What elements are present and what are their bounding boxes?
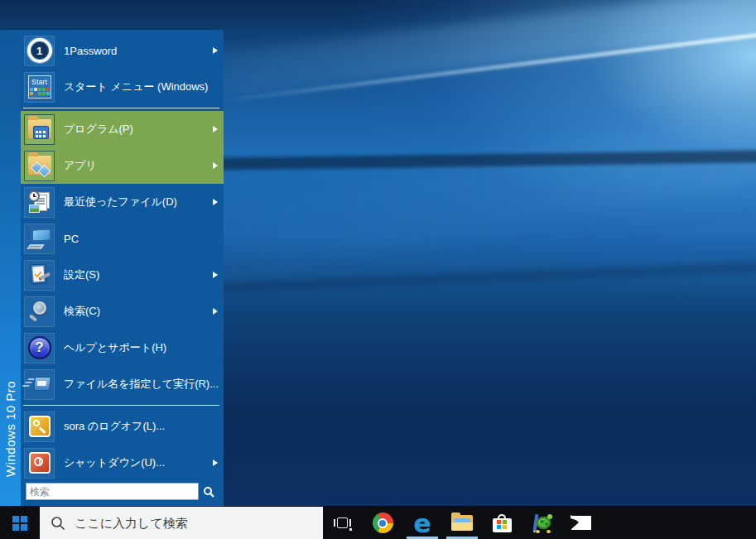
windows-edition-label: Windows 10 Pro [3, 381, 17, 477]
pc-icon [26, 225, 53, 252]
desktop: Windows 10 Pro 1 1Password Start スタート メニ… [0, 0, 756, 539]
shutdown-power-icon [26, 450, 53, 476]
start-menu: Windows 10 Pro 1 1Password Start スタート メニ… [0, 30, 215, 506]
submenu-arrow-icon [213, 199, 218, 205]
menu-item-label: 設定(S) [64, 267, 99, 282]
help-support-icon: ? [26, 334, 53, 361]
search-icon [51, 516, 65, 531]
taskbar-pinned-icons: e [323, 507, 601, 539]
menu-item-pc[interactable]: PC [21, 220, 224, 257]
windows-logo-icon [12, 516, 27, 531]
menu-search-input[interactable] [26, 483, 199, 500]
search-menu-icon [26, 298, 53, 325]
menu-item-label: 検索(C) [64, 304, 100, 319]
menu-search-button[interactable] [199, 483, 219, 500]
highlighted-group: プログラム(P) アプリ [21, 111, 224, 184]
wallpaper-beam [188, 94, 756, 285]
menu-item-logoff[interactable]: sora のログオフ(L)... [21, 408, 224, 445]
menu-item-label: PC [64, 233, 79, 245]
menu-item-label: プログラム(P) [64, 122, 133, 137]
menu-item-label: 1Password [64, 45, 117, 57]
task-view-button[interactable] [323, 507, 363, 539]
run-icon [26, 371, 53, 397]
recent-files-icon [26, 189, 53, 215]
1password-icon: 1 [26, 37, 53, 64]
settings-icon [26, 262, 53, 288]
submenu-arrow-icon [213, 272, 218, 278]
programs-folder-icon [26, 116, 53, 142]
menu-item-label: 最近使ったファイル(D) [64, 195, 177, 209]
edge-icon: e [413, 512, 431, 535]
menu-item-programs[interactable]: プログラム(P) [21, 111, 224, 147]
logoff-key-icon [26, 413, 53, 440]
taskbar: e [0, 506, 756, 539]
apps-folder-icon [26, 152, 53, 179]
menu-item-label: スタート メニュー (Windows) [64, 79, 208, 94]
menu-separator [23, 108, 219, 108]
store-icon [493, 514, 512, 532]
mail-taskbar-button[interactable] [561, 507, 601, 539]
menu-separator [23, 405, 219, 406]
menu-item-label: sora のログオフ(L)... [64, 419, 165, 434]
task-view-icon [334, 516, 352, 531]
menu-item-label: ファイル名を指定して実行(R)... [64, 377, 219, 392]
submenu-arrow-icon [213, 126, 218, 132]
menu-item-label: シャットダウン(U)... [64, 455, 165, 470]
wallpaper-beam [136, 0, 756, 105]
submenu-arrow-icon [213, 460, 218, 466]
taskbar-search-box[interactable] [40, 507, 323, 539]
edge-taskbar-button[interactable]: e [402, 507, 442, 539]
menu-item-recent-files[interactable]: 最近使ったファイル(D) [21, 184, 224, 220]
turtle-app-icon [531, 513, 552, 533]
start-button[interactable] [0, 507, 40, 539]
submenu-arrow-icon [213, 162, 218, 169]
menu-item-help-support[interactable]: ? ヘルプとサポート(H) [21, 330, 224, 366]
menu-item-settings[interactable]: 設定(S) [21, 257, 224, 293]
mail-icon [571, 516, 591, 530]
submenu-arrow-icon [213, 47, 218, 54]
taskbar-search-input[interactable] [75, 516, 282, 530]
menu-item-1password[interactable]: 1 1Password [21, 32, 224, 69]
start-menu-windows-icon: Start [26, 74, 53, 100]
menu-item-label: アプリ [64, 158, 97, 173]
submenu-arrow-icon [213, 308, 218, 315]
file-explorer-taskbar-button[interactable] [442, 507, 482, 539]
store-taskbar-button[interactable] [482, 507, 522, 539]
file-explorer-icon [451, 515, 473, 531]
menu-item-search[interactable]: 検索(C) [21, 293, 224, 330]
magnifier-icon [203, 486, 214, 498]
menu-item-start-menu-windows[interactable]: Start スタート メニュー (Windows) [21, 69, 224, 105]
chrome-taskbar-button[interactable] [363, 507, 402, 539]
menu-item-apps[interactable]: アプリ [21, 147, 224, 184]
turtle-app-taskbar-button[interactable] [522, 507, 561, 539]
menu-item-label: ヘルプとサポート(H) [64, 340, 166, 355]
menu-item-run[interactable]: ファイル名を指定して実行(R)... [21, 366, 224, 402]
start-menu-sidebar: Windows 10 Pro [0, 30, 21, 506]
start-menu-body: 1 1Password Start スタート メニュー (Windows) [21, 30, 224, 506]
menu-item-shutdown[interactable]: シャットダウン(U)... [21, 445, 224, 481]
chrome-icon [373, 513, 393, 533]
menu-search-row [21, 483, 224, 500]
